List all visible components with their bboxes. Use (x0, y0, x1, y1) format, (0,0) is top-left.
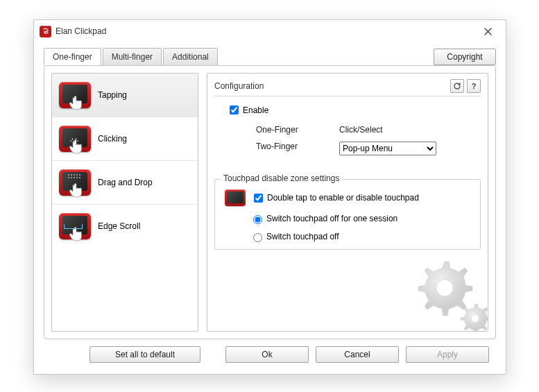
refresh-icon (453, 82, 461, 90)
tab-one-finger[interactable]: One-finger (44, 48, 101, 65)
help-button[interactable]: ? (467, 79, 481, 93)
sidebar-item-tapping[interactable]: Tapping (52, 74, 198, 117)
two-finger-select[interactable]: Pop-up Menu (339, 142, 436, 155)
sidebar-item-label: Tapping (98, 90, 127, 100)
enable-row: Enable (227, 103, 481, 117)
window: Elan Clickpad One-finger Multi-finger Ad… (33, 19, 506, 375)
doubletap-label: Double tap to enable or disable touchpad (267, 193, 419, 203)
svg-point-6 (71, 177, 72, 178)
titlebar: Elan Clickpad (34, 20, 506, 42)
two-finger-label: Two-Finger (256, 142, 339, 155)
tab-bar: One-finger Multi-finger Additional Copyr… (34, 42, 506, 65)
app-frame: Elan Clickpad One-finger Multi-finger Ad… (0, 0, 539, 392)
drag-drop-icon (59, 169, 91, 196)
two-finger-row: Two-Finger Pop-up Menu (256, 142, 481, 155)
sidebar-item-clicking[interactable]: Clicking (52, 117, 198, 161)
svg-point-9 (79, 177, 80, 178)
close-button[interactable] (474, 22, 502, 41)
sidebar-item-label: Drag and Drop (98, 178, 153, 187)
sidebar-item-label: Clicking (98, 134, 127, 144)
tab-multi-finger[interactable]: Multi-finger (103, 48, 162, 65)
refresh-button[interactable] (450, 79, 464, 93)
set-default-button[interactable]: Set all to default (89, 346, 200, 363)
svg-point-3 (76, 174, 78, 176)
close-icon (484, 28, 492, 35)
enable-label: Enable (243, 105, 268, 115)
touchpad-icon (225, 189, 246, 206)
clicking-icon (59, 126, 91, 152)
apply-button[interactable]: Apply (406, 346, 489, 363)
one-finger-label: One-Finger (256, 125, 339, 135)
sidebar-item-edge-scroll[interactable]: Edge Scroll (52, 205, 198, 248)
svg-point-0 (68, 174, 69, 176)
main-panel: Tapping Clicking Drag and Drop (44, 65, 496, 339)
edge-scroll-icon (59, 213, 91, 239)
disable-zone-legend: Touchpad disable zone settings (221, 173, 342, 183)
radio-row-session: Switch touchpad off for one session (250, 213, 473, 224)
app-logo-icon (40, 26, 51, 37)
cancel-button[interactable]: Cancel (316, 346, 399, 363)
copyright-button[interactable]: Copyright (434, 49, 496, 65)
radio-persist[interactable] (253, 233, 262, 242)
radio-persist-label: Switch touchpad off (266, 232, 339, 241)
gears-decoration-icon (395, 255, 488, 332)
svg-point-4 (79, 174, 80, 176)
sidebar-item-drag-and-drop[interactable]: Drag and Drop (52, 161, 198, 205)
enable-checkbox[interactable] (230, 105, 239, 114)
sidebar: Tapping Clicking Drag and Drop (51, 73, 198, 332)
tab-additional[interactable]: Additional (163, 48, 218, 65)
one-finger-row: One-Finger Click/Select (256, 125, 481, 135)
svg-point-11 (472, 315, 479, 323)
svg-point-8 (76, 177, 78, 178)
config-panel: Configuration ? Enable One-Finger Click/… (207, 73, 488, 332)
window-title: Elan Clickpad (55, 26, 106, 36)
help-icon: ? (472, 82, 477, 90)
radio-session-label: Switch touchpad off for one session (266, 214, 397, 223)
tapping-icon (59, 82, 91, 108)
radio-row-persist: Switch touchpad off (250, 231, 473, 242)
disable-zone-group: Touchpad disable zone settings Double ta… (214, 179, 481, 250)
svg-point-7 (74, 177, 75, 178)
config-title: Configuration (214, 81, 264, 91)
doubletap-checkbox[interactable] (254, 194, 263, 203)
config-header: Configuration ? (214, 79, 481, 96)
svg-point-2 (74, 174, 75, 176)
svg-point-5 (68, 177, 69, 178)
one-finger-value: Click/Select (339, 125, 383, 135)
radio-session[interactable] (253, 215, 262, 224)
svg-point-1 (71, 174, 72, 176)
sidebar-item-label: Edge Scroll (98, 221, 140, 231)
action-bar: Set all to default Ok Cancel Apply (34, 346, 506, 374)
ok-button[interactable]: Ok (225, 346, 309, 363)
svg-point-10 (436, 280, 453, 296)
